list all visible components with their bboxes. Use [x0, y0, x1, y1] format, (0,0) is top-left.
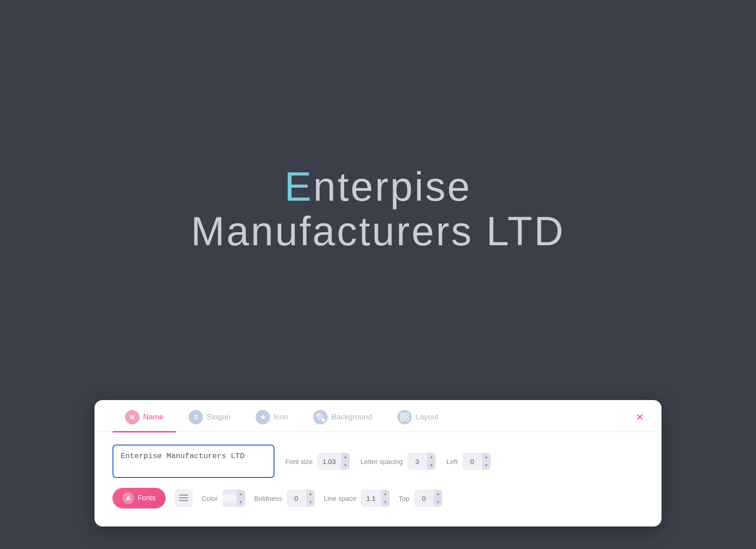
tab-name-label: Name: [143, 413, 163, 422]
tab-slogan-icon: S: [189, 410, 203, 424]
tab-name[interactable]: N Name: [112, 410, 176, 432]
letter-spacing-label: Letter spacing: [360, 458, 403, 465]
tab-layout[interactable]: Layout: [385, 410, 451, 432]
top-arrows: ▲ ▼: [434, 490, 442, 507]
line-space-down[interactable]: ▼: [381, 498, 390, 507]
line-space-group: Line space 1.1 ▲ ▼: [324, 490, 389, 507]
font-size-value: 1.03: [317, 458, 341, 465]
top-down[interactable]: ▼: [434, 498, 442, 507]
tabs-bar: N Name S Slogan ★ Icon Background: [94, 400, 662, 432]
font-size-up[interactable]: ▲: [341, 453, 350, 461]
boldness-group: Boldness 0 ▲ ▼: [254, 490, 315, 507]
line-space-up[interactable]: ▲: [381, 490, 390, 498]
tab-icon-label: Icon: [274, 413, 288, 422]
fonts-a-icon: A: [122, 492, 134, 504]
color-group: Color ▲ ▼: [202, 490, 245, 507]
tab-icon[interactable]: ★ Icon: [243, 410, 301, 432]
line-space-value: 1.1: [361, 495, 381, 502]
color-stepper: ▲ ▼: [222, 490, 245, 507]
top-value: 0: [414, 495, 434, 502]
color-down[interactable]: ▼: [237, 498, 245, 507]
left-group: Left 0 ▲ ▼: [446, 453, 490, 470]
bottom-panel: N Name S Slogan ★ Icon Background: [94, 400, 662, 526]
top-stepper: 0 ▲ ▼: [414, 490, 442, 507]
left-stepper: 0 ▲ ▼: [462, 453, 490, 470]
font-size-arrows: ▲ ▼: [341, 453, 350, 470]
font-size-down[interactable]: ▼: [341, 461, 350, 470]
row1: Enterpise Manufacturers LTD Font size 1.…: [112, 445, 644, 478]
logo-area: Enterpise Manufacturers LTD: [191, 0, 565, 400]
lines-icon: [179, 495, 188, 502]
letter-spacing-down[interactable]: ▼: [427, 461, 436, 470]
letter-spacing-stepper: 3 ▲ ▼: [407, 453, 436, 470]
left-arrows: ▲ ▼: [482, 453, 490, 470]
row2: A Fonts Color ▲ ▼: [112, 488, 644, 508]
svg-rect-3: [401, 418, 404, 421]
tab-layout-label: Layout: [415, 413, 438, 422]
line-space-label: Line space: [324, 495, 356, 502]
left-down[interactable]: ▼: [482, 461, 490, 470]
font-size-group: Font size 1.03 ▲ ▼: [285, 453, 350, 470]
logo-first-letter: E: [284, 164, 313, 209]
fonts-button-label: Fonts: [138, 494, 156, 502]
tab-icon-icon: ★: [256, 410, 270, 424]
svg-rect-7: [179, 500, 188, 501]
boldness-down[interactable]: ▼: [306, 498, 315, 507]
lines-button[interactable]: [175, 489, 193, 507]
font-size-stepper: 1.03 ▲ ▼: [317, 453, 350, 470]
top-label: Top: [399, 495, 410, 502]
top-up[interactable]: ▲: [434, 490, 442, 498]
svg-rect-5: [179, 495, 188, 496]
left-value: 0: [462, 458, 482, 465]
letter-spacing-up[interactable]: ▲: [427, 453, 436, 461]
fonts-button[interactable]: A Fonts: [112, 488, 166, 508]
logo-line1: Enterpise: [284, 165, 472, 209]
line-space-stepper: 1.1 ▲ ▼: [361, 490, 390, 507]
svg-rect-4: [405, 418, 408, 421]
tab-background-label: Background: [331, 413, 372, 422]
boldness-stepper: 0 ▲ ▼: [287, 490, 315, 507]
boldness-up[interactable]: ▲: [306, 490, 315, 498]
svg-rect-6: [179, 497, 188, 499]
layout-grid-icon: [400, 412, 410, 422]
panel-content: Enterpise Manufacturers LTD Font size 1.…: [94, 432, 662, 513]
color-preview: [222, 490, 237, 507]
logo-line2: Manufacturers LTD: [191, 209, 565, 254]
letter-spacing-value: 3: [407, 458, 427, 465]
letter-spacing-group: Letter spacing 3 ▲ ▼: [360, 453, 436, 470]
boldness-arrows: ▲ ▼: [306, 490, 315, 507]
svg-rect-2: [405, 414, 408, 416]
tab-layout-icon: [397, 410, 412, 424]
boldness-value: 0: [287, 495, 306, 502]
tab-background[interactable]: Background: [301, 410, 385, 432]
paint-bucket-icon: [315, 412, 325, 422]
tab-slogan-label: Slogan: [207, 413, 230, 422]
boldness-label: Boldness: [254, 495, 282, 502]
svg-point-0: [322, 419, 325, 422]
tab-slogan[interactable]: S Slogan: [176, 410, 243, 432]
line-space-arrows: ▲ ▼: [381, 490, 390, 507]
color-up[interactable]: ▲: [237, 490, 245, 498]
letter-spacing-arrows: ▲ ▼: [427, 453, 436, 470]
left-label: Left: [446, 458, 458, 465]
left-up[interactable]: ▲: [482, 453, 490, 461]
svg-rect-1: [401, 414, 404, 416]
top-group: Top 0 ▲ ▼: [399, 490, 442, 507]
font-size-label: Font size: [285, 458, 313, 465]
tab-bg-icon: [313, 410, 328, 424]
color-arrows: ▲ ▼: [237, 490, 245, 507]
tab-name-icon: N: [125, 410, 140, 424]
name-text-input[interactable]: Enterpise Manufacturers LTD: [112, 445, 274, 478]
color-label: Color: [202, 495, 218, 502]
close-button[interactable]: ×: [636, 411, 644, 431]
